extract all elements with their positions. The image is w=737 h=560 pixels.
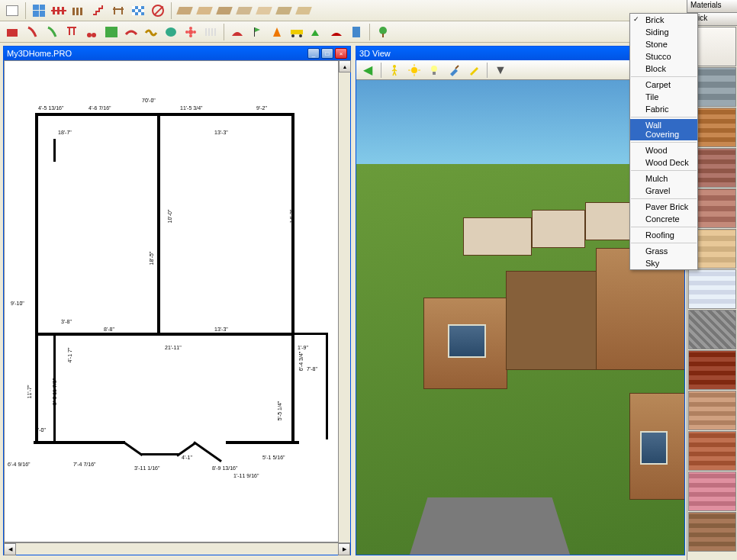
wave-icon[interactable] bbox=[142, 23, 160, 41]
dim-label: 8'-8" bbox=[104, 327, 114, 332]
material-swatch[interactable] bbox=[688, 269, 736, 309]
svg-point-28 bbox=[393, 65, 396, 68]
play-green-icon[interactable] bbox=[102, 23, 121, 41]
fence-white-icon[interactable] bbox=[201, 23, 220, 41]
menu-item[interactable]: Paver Brick bbox=[630, 201, 697, 213]
slab4-icon[interactable] bbox=[235, 2, 253, 20]
grid-icon[interactable] bbox=[30, 2, 48, 20]
material-swatch[interactable] bbox=[688, 310, 736, 349]
dim-label: 18'-5" bbox=[149, 252, 154, 266]
dim-label: 18'-7" bbox=[58, 130, 72, 135]
minimize-button[interactable]: _ bbox=[307, 48, 320, 59]
fence-red-icon[interactable] bbox=[50, 2, 68, 20]
fence-brown-icon[interactable] bbox=[69, 2, 88, 20]
menu-item[interactable]: Sky bbox=[630, 257, 697, 269]
maximize-button[interactable]: □ bbox=[321, 48, 333, 59]
mountain-icon[interactable] bbox=[307, 23, 326, 41]
materials-context-menu: BrickSidingStoneStuccoBlockCarpetTileFab… bbox=[629, 13, 698, 270]
hill-icon[interactable] bbox=[327, 23, 346, 41]
book-icon[interactable] bbox=[3, 2, 21, 20]
menu-item[interactable]: Gravel bbox=[630, 185, 697, 197]
svg-point-16 bbox=[189, 34, 192, 37]
menu-item[interactable]: Wood bbox=[630, 144, 697, 156]
menu-item[interactable]: Wood Deck bbox=[630, 156, 697, 169]
material-swatch[interactable] bbox=[688, 512, 736, 552]
svg-rect-6 bbox=[80, 8, 82, 15]
svg-rect-1 bbox=[53, 7, 55, 14]
svg-rect-20 bbox=[211, 28, 213, 36]
stairs-icon[interactable] bbox=[89, 2, 108, 20]
slab6-icon[interactable] bbox=[275, 2, 293, 20]
bench-icon[interactable] bbox=[82, 23, 101, 41]
mound-blue-icon[interactable] bbox=[228, 23, 246, 41]
dim-label: 5'-5 1/4" bbox=[277, 401, 282, 421]
plan-window: My3DHome.PRO _ □ × bbox=[3, 46, 351, 555]
dim-label: 70'-0" bbox=[142, 98, 156, 103]
dim-label: 3'-0" bbox=[35, 427, 46, 433]
scrollbar-vertical[interactable]: ▲ bbox=[338, 60, 350, 542]
slab1-icon[interactable] bbox=[175, 2, 194, 20]
dim-label: 3'-8" bbox=[61, 319, 72, 324]
menu-item[interactable]: Mulch bbox=[630, 172, 697, 185]
bulb-icon[interactable] bbox=[425, 61, 443, 79]
menu-item[interactable]: Stone bbox=[630, 38, 697, 50]
pencil-icon[interactable] bbox=[465, 61, 483, 79]
menu-divider bbox=[631, 142, 697, 143]
tree-icon[interactable] bbox=[374, 23, 392, 41]
slab5-icon[interactable] bbox=[255, 2, 273, 20]
brush-icon[interactable] bbox=[445, 61, 463, 79]
material-swatch[interactable] bbox=[688, 350, 736, 390]
menu-divider bbox=[631, 170, 697, 171]
arrow-down-icon[interactable]: ▼ bbox=[491, 61, 510, 79]
material-swatch[interactable] bbox=[688, 391, 736, 430]
arrow-left-icon[interactable]: ◀ bbox=[359, 61, 377, 79]
flag-icon[interactable] bbox=[248, 23, 266, 41]
menu-item[interactable]: Siding bbox=[630, 26, 697, 38]
cone-icon[interactable] bbox=[268, 23, 286, 41]
plan-titlebar[interactable]: My3DHome.PRO _ □ × bbox=[4, 47, 350, 60]
slab7-icon[interactable] bbox=[294, 2, 313, 20]
blue-thing-icon[interactable] bbox=[347, 23, 365, 41]
slide-red-icon[interactable] bbox=[23, 23, 41, 41]
menu-divider bbox=[631, 117, 697, 117]
close-button[interactable]: × bbox=[335, 48, 347, 59]
walk-icon[interactable] bbox=[385, 61, 404, 79]
dim-label: 11'-7" bbox=[27, 385, 32, 399]
pergola-icon[interactable] bbox=[109, 2, 127, 20]
curve-icon[interactable] bbox=[122, 23, 140, 41]
scrollbar-horizontal[interactable]: ◀▶ bbox=[4, 542, 350, 555]
sun-icon[interactable] bbox=[405, 61, 423, 79]
menu-item[interactable]: Carpet bbox=[630, 79, 697, 91]
svg-point-25 bbox=[299, 34, 302, 37]
materials-header: Materials bbox=[687, 0, 737, 13]
dim-label: 13'-3" bbox=[214, 130, 228, 135]
menu-item[interactable]: Stucco bbox=[630, 50, 697, 63]
menu-item[interactable]: Concrete bbox=[630, 213, 697, 225]
flower-icon[interactable] bbox=[182, 23, 200, 41]
svg-point-17 bbox=[185, 31, 188, 34]
pond-icon[interactable] bbox=[162, 23, 180, 41]
dim-label: 6'-4 3/4" bbox=[298, 352, 304, 372]
playground-icon[interactable] bbox=[3, 23, 21, 41]
swing-icon[interactable] bbox=[63, 23, 81, 41]
slab2-icon[interactable] bbox=[195, 2, 214, 20]
menu-item[interactable]: Fabric bbox=[630, 103, 697, 115]
plan-canvas[interactable]: 70'-0" 4'-5 13/16" 4'-6 7/16" 11'-5 3/4"… bbox=[4, 60, 350, 542]
slab3-icon[interactable] bbox=[215, 2, 233, 20]
dim-label: 7'-4 7/16" bbox=[73, 462, 96, 467]
menu-item[interactable]: Brick bbox=[630, 14, 697, 26]
prohibit-icon[interactable] bbox=[149, 2, 167, 20]
menu-item[interactable]: Grass bbox=[630, 245, 697, 257]
dim-label: 9'-10" bbox=[11, 301, 24, 306]
material-swatch[interactable] bbox=[688, 471, 736, 511]
menu-divider bbox=[631, 198, 697, 199]
slide-green-icon[interactable] bbox=[43, 23, 61, 41]
menu-item[interactable]: Tile bbox=[630, 91, 697, 103]
menu-item[interactable]: Block bbox=[630, 63, 697, 75]
truck-yellow-icon[interactable] bbox=[288, 23, 306, 41]
menu-item[interactable]: Wall Covering bbox=[630, 119, 697, 140]
svg-point-34 bbox=[431, 66, 437, 72]
material-swatch[interactable] bbox=[688, 431, 736, 471]
menu-item[interactable]: Roofing bbox=[630, 229, 697, 241]
checker-icon[interactable] bbox=[129, 2, 147, 20]
